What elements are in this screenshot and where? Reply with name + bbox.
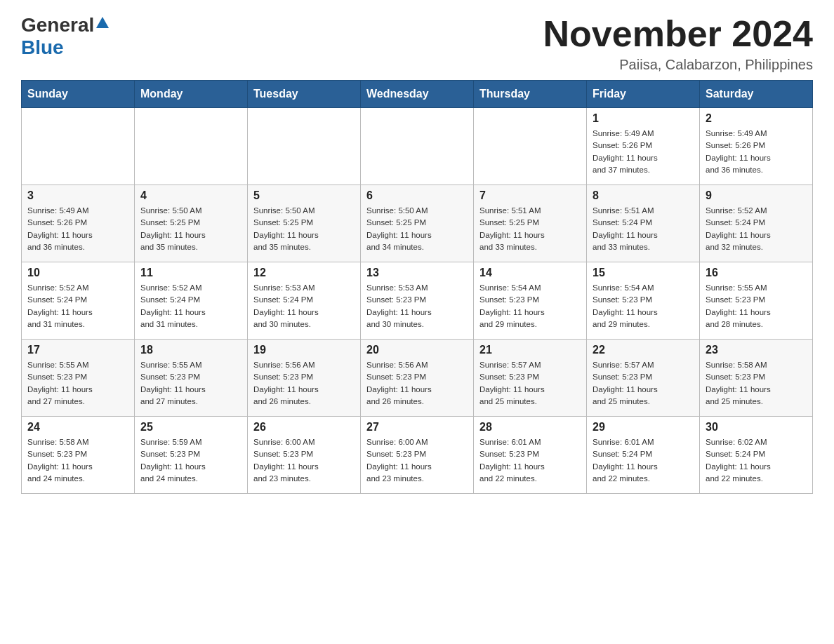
day-number: 1 [593, 112, 694, 125]
day-number: 26 [253, 421, 355, 434]
calendar-day: 27Sunrise: 6:00 AM Sunset: 5:23 PM Dayli… [361, 417, 474, 494]
day-number: 21 [479, 344, 581, 356]
weekday-header-wednesday: Wednesday [361, 81, 474, 108]
day-info: Sunrise: 5:54 AM Sunset: 5:23 PM Dayligh… [479, 282, 581, 330]
day-number: 23 [706, 344, 807, 356]
weekday-header-tuesday: Tuesday [248, 81, 361, 108]
day-info: Sunrise: 5:53 AM Sunset: 5:24 PM Dayligh… [253, 282, 355, 330]
day-info: Sunrise: 5:57 AM Sunset: 5:23 PM Dayligh… [479, 359, 581, 408]
day-number: 17 [27, 344, 128, 356]
calendar-day [135, 108, 248, 185]
day-number: 8 [593, 189, 694, 202]
day-info: Sunrise: 5:55 AM Sunset: 5:23 PM Dayligh… [140, 359, 241, 408]
calendar-day [361, 108, 474, 185]
day-number: 9 [706, 189, 807, 202]
calendar-day: 2Sunrise: 5:49 AM Sunset: 5:26 PM Daylig… [700, 108, 813, 185]
day-info: Sunrise: 5:59 AM Sunset: 5:23 PM Dayligh… [140, 436, 241, 485]
day-number: 6 [366, 189, 468, 202]
day-info: Sunrise: 5:56 AM Sunset: 5:23 PM Dayligh… [366, 359, 468, 408]
day-number: 16 [706, 267, 807, 279]
calendar-day: 28Sunrise: 6:01 AM Sunset: 5:23 PM Dayli… [474, 417, 587, 494]
day-number: 13 [366, 267, 468, 279]
day-number: 18 [140, 344, 241, 356]
calendar-day: 1Sunrise: 5:49 AM Sunset: 5:26 PM Daylig… [587, 108, 700, 185]
title-area: November 2024 Paiisa, Calabarzon, Philip… [543, 14, 813, 73]
calendar-week-4: 17Sunrise: 5:55 AM Sunset: 5:23 PM Dayli… [22, 340, 813, 417]
day-info: Sunrise: 5:56 AM Sunset: 5:23 PM Dayligh… [253, 359, 355, 408]
day-info: Sunrise: 5:55 AM Sunset: 5:23 PM Dayligh… [706, 282, 807, 330]
calendar-day: 5Sunrise: 5:50 AM Sunset: 5:25 PM Daylig… [248, 185, 361, 262]
weekday-header-sunday: Sunday [22, 81, 135, 108]
calendar-day: 18Sunrise: 5:55 AM Sunset: 5:23 PM Dayli… [135, 340, 248, 417]
calendar-day: 23Sunrise: 5:58 AM Sunset: 5:23 PM Dayli… [700, 340, 813, 417]
calendar-day: 13Sunrise: 5:53 AM Sunset: 5:23 PM Dayli… [361, 262, 474, 340]
calendar-day [22, 108, 135, 185]
day-number: 10 [27, 267, 128, 279]
day-number: 4 [140, 189, 241, 202]
calendar-day: 22Sunrise: 5:57 AM Sunset: 5:23 PM Dayli… [587, 340, 700, 417]
calendar-location: Paiisa, Calabarzon, Philippines [543, 57, 813, 73]
calendar-day: 30Sunrise: 6:02 AM Sunset: 5:24 PM Dayli… [700, 417, 813, 494]
day-number: 7 [479, 189, 581, 202]
calendar-day [474, 108, 587, 185]
calendar-week-3: 10Sunrise: 5:52 AM Sunset: 5:24 PM Dayli… [22, 262, 813, 340]
calendar-week-2: 3Sunrise: 5:49 AM Sunset: 5:26 PM Daylig… [22, 185, 813, 262]
svg-marker-0 [96, 17, 109, 28]
day-info: Sunrise: 5:55 AM Sunset: 5:23 PM Dayligh… [27, 359, 128, 408]
day-info: Sunrise: 5:57 AM Sunset: 5:23 PM Dayligh… [593, 359, 694, 408]
day-number: 28 [479, 421, 581, 434]
calendar-day [248, 108, 361, 185]
day-number: 22 [593, 344, 694, 356]
calendar-day: 3Sunrise: 5:49 AM Sunset: 5:26 PM Daylig… [22, 185, 135, 262]
day-info: Sunrise: 6:02 AM Sunset: 5:24 PM Dayligh… [706, 436, 807, 485]
logo-general-text: General [21, 14, 94, 36]
day-info: Sunrise: 5:50 AM Sunset: 5:25 PM Dayligh… [253, 205, 355, 253]
day-info: Sunrise: 5:49 AM Sunset: 5:26 PM Dayligh… [27, 205, 128, 253]
calendar-day: 24Sunrise: 5:58 AM Sunset: 5:23 PM Dayli… [22, 417, 135, 494]
calendar-day: 11Sunrise: 5:52 AM Sunset: 5:24 PM Dayli… [135, 262, 248, 340]
calendar-day: 20Sunrise: 5:56 AM Sunset: 5:23 PM Dayli… [361, 340, 474, 417]
weekday-header-saturday: Saturday [700, 81, 813, 108]
day-info: Sunrise: 6:01 AM Sunset: 5:23 PM Dayligh… [479, 436, 581, 485]
calendar-day: 15Sunrise: 5:54 AM Sunset: 5:23 PM Dayli… [587, 262, 700, 340]
day-info: Sunrise: 5:58 AM Sunset: 5:23 PM Dayligh… [706, 359, 807, 408]
day-number: 5 [253, 189, 355, 202]
page-header: General Blue November 2024 Paiisa, Calab… [21, 14, 813, 73]
day-number: 15 [593, 267, 694, 279]
day-info: Sunrise: 6:00 AM Sunset: 5:23 PM Dayligh… [366, 436, 468, 485]
day-info: Sunrise: 5:52 AM Sunset: 5:24 PM Dayligh… [706, 205, 807, 253]
logo: General Blue [21, 14, 109, 59]
day-number: 30 [706, 421, 807, 434]
calendar-day: 7Sunrise: 5:51 AM Sunset: 5:25 PM Daylig… [474, 185, 587, 262]
calendar-day: 19Sunrise: 5:56 AM Sunset: 5:23 PM Dayli… [248, 340, 361, 417]
day-number: 12 [253, 267, 355, 279]
day-number: 11 [140, 267, 241, 279]
calendar-table: SundayMondayTuesdayWednesdayThursdayFrid… [21, 80, 813, 494]
day-info: Sunrise: 5:49 AM Sunset: 5:26 PM Dayligh… [706, 128, 807, 176]
weekday-header-thursday: Thursday [474, 81, 587, 108]
calendar-header-row: SundayMondayTuesdayWednesdayThursdayFrid… [22, 81, 813, 108]
day-number: 29 [593, 421, 694, 434]
day-number: 19 [253, 344, 355, 356]
calendar-day: 29Sunrise: 6:01 AM Sunset: 5:24 PM Dayli… [587, 417, 700, 494]
calendar-day: 25Sunrise: 5:59 AM Sunset: 5:23 PM Dayli… [135, 417, 248, 494]
calendar-week-1: 1Sunrise: 5:49 AM Sunset: 5:26 PM Daylig… [22, 108, 813, 185]
day-number: 24 [27, 421, 128, 434]
calendar-day: 8Sunrise: 5:51 AM Sunset: 5:24 PM Daylig… [587, 185, 700, 262]
day-number: 14 [479, 267, 581, 279]
day-info: Sunrise: 5:51 AM Sunset: 5:25 PM Dayligh… [479, 205, 581, 253]
calendar-day: 10Sunrise: 5:52 AM Sunset: 5:24 PM Dayli… [22, 262, 135, 340]
day-info: Sunrise: 5:54 AM Sunset: 5:23 PM Dayligh… [593, 282, 694, 330]
day-number: 2 [706, 112, 807, 125]
calendar-day: 12Sunrise: 5:53 AM Sunset: 5:24 PM Dayli… [248, 262, 361, 340]
calendar-day: 17Sunrise: 5:55 AM Sunset: 5:23 PM Dayli… [22, 340, 135, 417]
calendar-day: 16Sunrise: 5:55 AM Sunset: 5:23 PM Dayli… [700, 262, 813, 340]
calendar-day: 6Sunrise: 5:50 AM Sunset: 5:25 PM Daylig… [361, 185, 474, 262]
weekday-header-monday: Monday [135, 81, 248, 108]
day-info: Sunrise: 5:49 AM Sunset: 5:26 PM Dayligh… [593, 128, 694, 176]
day-info: Sunrise: 5:51 AM Sunset: 5:24 PM Dayligh… [593, 205, 694, 253]
day-info: Sunrise: 5:53 AM Sunset: 5:23 PM Dayligh… [366, 282, 468, 330]
day-number: 3 [27, 189, 128, 202]
day-number: 25 [140, 421, 241, 434]
calendar-day: 9Sunrise: 5:52 AM Sunset: 5:24 PM Daylig… [700, 185, 813, 262]
